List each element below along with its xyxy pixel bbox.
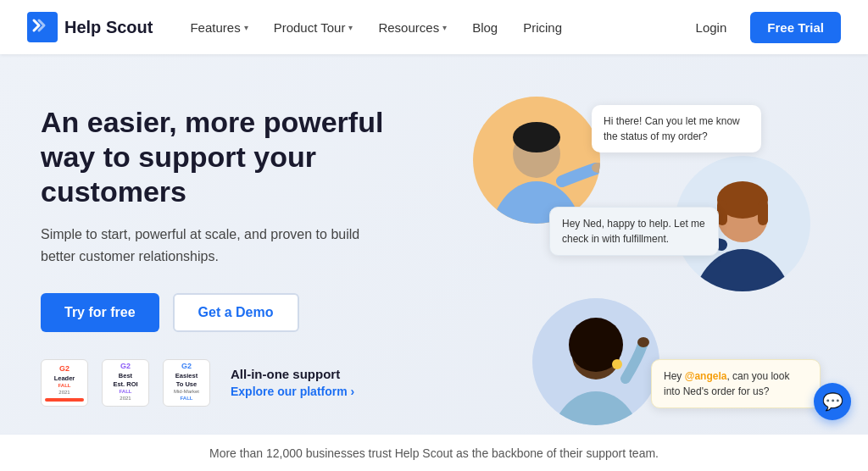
speech-bubble-3: Hey @angela, can you look into Ned's ord… [651,359,821,408]
g2-badge-roi: G2 Best Est. ROI FALL 2021 [102,359,149,407]
chevron-down-icon: ▾ [442,23,447,32]
login-button[interactable]: Login [686,14,737,42]
nav-blog[interactable]: Blog [462,14,508,42]
svg-point-3 [513,122,560,152]
speech-bubble-1: Hi there! Can you let me know the status… [592,105,761,152]
nav-right: Login Free Trial [686,12,841,43]
nav-product-tour[interactable]: Product Tour ▾ [264,14,364,42]
try-for-free-button[interactable]: Try for free [41,293,159,332]
svg-point-11 [549,391,643,425]
g2-badge-easiest: G2 Easiest To Use Mid-Market FALL [163,359,210,407]
logo-link[interactable]: Help Scout [27,12,153,42]
speech-bubble-2: Hey Ned, happy to help. Let me check in … [549,207,719,256]
svg-rect-9 [758,200,768,225]
hero-section: An easier, more powerful way to support … [0,54,868,434]
hero-heading: An easier, more powerful way to support … [41,105,431,208]
bottom-trust-text: More than 12,000 businesses trust Help S… [209,446,659,460]
g2-badge-leader: G2 Leader FALL 2021 [41,359,88,407]
nav-features[interactable]: Features ▾ [180,14,258,42]
nav-resources[interactable]: Resources ▾ [368,14,457,42]
hero-platform: All-in-one support Explore our platform … [231,367,354,398]
hero-subheading: Simple to start, powerful at scale, and … [41,224,363,267]
svg-point-15 [637,337,649,347]
chevron-down-icon: ▾ [348,23,353,32]
character-3 [532,298,659,425]
hero-illustration: Hi there! Can you let me know the status… [448,88,827,434]
hero-left: An easier, more powerful way to support … [41,88,431,434]
logo-icon [27,12,58,42]
character-1 [473,97,600,224]
hero-ctas: Try for free Get a Demo [41,293,431,332]
platform-label: All-in-one support [231,367,354,381]
free-trial-button[interactable]: Free Trial [750,12,841,43]
hero-badges: G2 Leader FALL 2021 G2 Best Est. ROI FAL… [41,359,431,407]
chevron-down-icon: ▾ [244,23,248,32]
nav-pricing[interactable]: Pricing [513,14,572,42]
bottom-bar: More than 12,000 businesses trust Help S… [0,434,868,471]
svg-point-14 [612,359,622,369]
explore-platform-link[interactable]: Explore our platform › [231,385,354,398]
chat-button[interactable]: 💬 [814,383,851,420]
get-demo-button[interactable]: Get a Demo [173,293,299,332]
logo-text: Help Scout [64,18,153,37]
chat-icon: 💬 [822,391,843,412]
navbar: Help Scout Features ▾ Product Tour ▾ Res… [0,0,868,54]
nav-links: Features ▾ Product Tour ▾ Resources ▾ Bl… [180,14,685,42]
